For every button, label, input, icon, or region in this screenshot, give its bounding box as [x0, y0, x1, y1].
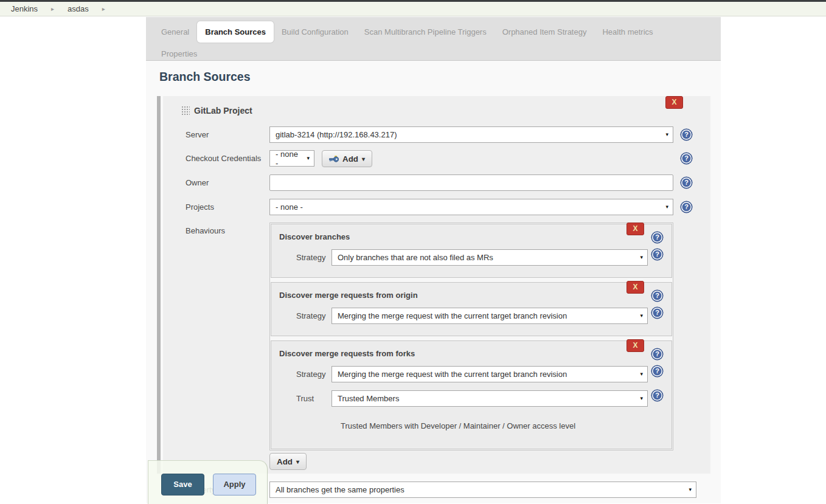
- discover-mr-forks-trust-select[interactable]: Trusted Members ▾: [331, 390, 648, 407]
- checkout-credentials-help-icon[interactable]: ?: [681, 153, 692, 164]
- add-behaviour-button[interactable]: Add ▾: [269, 453, 307, 470]
- checkout-credentials-label: Checkout Credentials: [186, 150, 269, 163]
- chevron-down-icon: ▾: [296, 458, 299, 465]
- tab-build-configuration[interactable]: Build Configuration: [274, 27, 356, 36]
- strategy-help-icon[interactable]: ?: [652, 366, 662, 376]
- trust-description: Trusted Members with Developer / Maintai…: [271, 421, 672, 430]
- breadcrumb: Jenkins ▸ asdas ▸: [0, 2, 826, 16]
- trust-label: Trust: [296, 394, 331, 403]
- discover-branches-strategy-select[interactable]: Only branches that are not also filed as…: [331, 249, 648, 266]
- behaviour-title: Discover branches: [271, 232, 672, 241]
- save-button[interactable]: Save: [161, 474, 204, 495]
- owner-row: Owner ?: [163, 174, 710, 191]
- tab-properties[interactable]: Properties: [153, 49, 205, 58]
- delete-gitlab-project-button[interactable]: X: [665, 96, 683, 109]
- chevron-down-icon: ▾: [307, 155, 310, 161]
- owner-help-icon[interactable]: ?: [681, 178, 692, 188]
- projects-label: Projects: [186, 199, 269, 212]
- server-select[interactable]: gitlab-3214 (http://192.168.43.217) ▾: [269, 126, 673, 143]
- section-drag-bar[interactable]: [157, 96, 161, 474]
- breadcrumb-separator-icon[interactable]: ▸: [102, 5, 105, 12]
- chevron-down-icon: ▾: [362, 156, 365, 162]
- strategy-label: Strategy: [296, 253, 331, 262]
- apply-button[interactable]: Apply: [213, 474, 256, 495]
- delete-discover-branches-button[interactable]: X: [626, 223, 644, 235]
- tab-general[interactable]: General: [153, 27, 197, 36]
- property-strategy-select[interactable]: All branches get the same properties ▾: [269, 482, 696, 498]
- server-label: Server: [186, 126, 269, 139]
- owner-label: Owner: [186, 174, 269, 187]
- projects-row: Projects - none - ▾ ?: [163, 199, 710, 215]
- chevron-down-icon: ▾: [665, 204, 668, 210]
- behaviours-label: Behaviours: [186, 223, 269, 235]
- breadcrumb-separator-icon[interactable]: ▸: [51, 5, 54, 12]
- strategy-help-icon[interactable]: ?: [652, 249, 662, 260]
- chevron-down-icon: ▾: [640, 395, 643, 401]
- chevron-down-icon: ▾: [665, 131, 668, 137]
- chevron-down-icon: ▾: [689, 486, 692, 492]
- discover-branches-help-icon[interactable]: ?: [652, 232, 662, 243]
- behaviours-row: Behaviours X ? Discover branches Strateg…: [163, 223, 710, 450]
- projects-select[interactable]: - none - ▾: [269, 199, 673, 215]
- discover-mr-origin-help-icon[interactable]: ?: [652, 291, 662, 301]
- behaviour-discover-mr-origin: X ? Discover merge requests from origin …: [271, 282, 672, 336]
- delete-discover-mr-origin-button[interactable]: X: [626, 281, 644, 294]
- config-panel: General Branch Sources Build Configurati…: [146, 17, 721, 504]
- discover-mr-forks-help-icon[interactable]: ?: [652, 349, 662, 359]
- add-credentials-button[interactable]: Add ▾: [322, 150, 372, 167]
- config-tab-bar: General Branch Sources Build Configurati…: [146, 17, 721, 61]
- checkout-credentials-select[interactable]: - none - ▾: [269, 150, 314, 167]
- discover-mr-forks-strategy-select[interactable]: Merging the merge request with the curre…: [331, 366, 648, 382]
- breadcrumb-jenkins[interactable]: Jenkins: [11, 4, 38, 13]
- server-row: Server gitlab-3214 (http://192.168.43.21…: [163, 126, 710, 143]
- strategy-label: Strategy: [296, 370, 331, 379]
- discover-mr-origin-strategy-select[interactable]: Merging the merge request with the curre…: [331, 308, 648, 324]
- chevron-down-icon: ▾: [640, 254, 643, 260]
- tab-orphaned-item-strategy[interactable]: Orphaned Item Strategy: [495, 27, 595, 36]
- strategy-help-icon[interactable]: ?: [652, 308, 662, 318]
- chevron-down-icon: ▾: [640, 312, 643, 319]
- drag-handle-icon[interactable]: [181, 105, 190, 116]
- tab-scan-triggers[interactable]: Scan Multibranch Pipeline Triggers: [356, 27, 495, 36]
- projects-help-icon[interactable]: ?: [681, 202, 692, 212]
- save-panel: Save Apply: [148, 460, 268, 504]
- behaviours-container: X ? Discover branches Strategy Only bran…: [269, 223, 673, 450]
- branch-sources-content: Branch Sources X GitLab Project Server g…: [146, 61, 721, 503]
- delete-discover-mr-forks-button[interactable]: X: [626, 339, 644, 352]
- strategy-label: Strategy: [296, 311, 331, 320]
- behaviour-discover-mr-forks: X ? Discover merge requests from forks S…: [271, 340, 672, 449]
- key-icon: [329, 156, 339, 162]
- server-help-icon[interactable]: ?: [681, 129, 692, 140]
- checkout-credentials-row: Checkout Credentials - none - ▾: [163, 150, 710, 167]
- tab-branch-sources[interactable]: Branch Sources: [197, 21, 274, 43]
- chevron-down-icon: ▾: [640, 371, 643, 377]
- behaviour-title: Discover merge requests from forks: [271, 349, 672, 358]
- breadcrumb-job-asdas[interactable]: asdas: [68, 4, 89, 13]
- owner-input[interactable]: [269, 174, 673, 191]
- page-title: Branch Sources: [146, 61, 721, 83]
- gitlab-project-section: X GitLab Project Server gitlab-3214 (htt…: [157, 96, 710, 474]
- tab-health-metrics[interactable]: Health metrics: [594, 27, 661, 36]
- section-title: GitLab Project: [194, 106, 252, 116]
- behaviour-discover-branches: X ? Discover branches Strategy Only bran…: [271, 224, 672, 278]
- behaviour-title: Discover merge requests from origin: [271, 291, 672, 300]
- trust-help-icon[interactable]: ?: [652, 390, 662, 401]
